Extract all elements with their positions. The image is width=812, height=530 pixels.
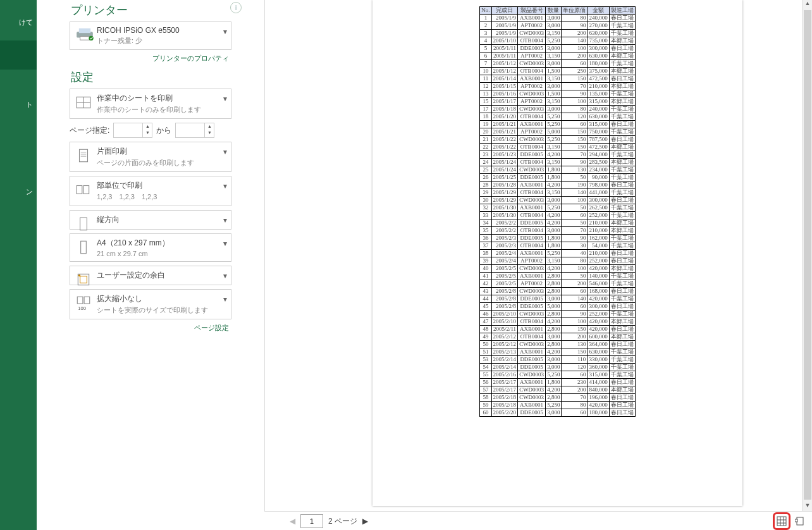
table-cell: 2005/1/11 [491,52,518,60]
table-cell: 2005/1/16 [491,90,518,98]
table-cell: 春日工場 [609,303,635,311]
table-cell: 本郷工場 [609,52,635,60]
table-cell: 60 [562,212,587,219]
table-cell: 2,800 [546,394,562,402]
table-cell: 41 [480,273,491,280]
info-icon[interactable]: i [230,2,242,13]
table-cell: 2005/2/11 [491,326,518,333]
table-cell: 210,000 [587,250,609,257]
margins-selector[interactable]: ▾ ユーザー設定の余白 [70,266,231,285]
table-cell: 100 [562,98,587,106]
table-cell: 2005/1/12 [491,60,518,68]
table-cell: 262,500 [587,204,609,212]
table-cell: 3,150 [546,144,562,151]
scaling-selector[interactable]: ▾ 100 拡大縮小なし シートを実際のサイズで印刷します [70,289,231,319]
zoom-to-page-button[interactable] [793,514,807,528]
orientation-title: 縦方向 [75,214,226,225]
table-cell: 2005/1/29 [491,189,518,197]
table-cell: 本郷工場 [609,144,635,151]
table-cell: 5,250 [546,37,562,45]
table-cell: 本郷工場 [609,159,635,166]
table-cell: 100 [562,197,587,204]
table-cell: 千葉工場 [609,295,635,303]
rail-item-0[interactable]: けて [0,13,37,32]
table-cell: 315,000 [587,371,609,379]
page-setup-link[interactable]: ページ設定 [70,323,229,333]
orientation-selector[interactable]: ▾ 縦方向 [70,210,231,230]
svg-rect-11 [77,186,82,194]
table-cell: CWD0003 [518,30,546,37]
table-cell: 150 [562,75,587,83]
scroll-up-icon[interactable]: ▲ [803,0,812,9]
table-cell: 414,000 [587,379,609,386]
table-cell: 200 [562,52,587,60]
scroll-thumb[interactable] [804,10,811,500]
table-cell: 240,000 [587,15,609,22]
table-cell: 2005/2/2 [491,219,518,227]
printer-selector[interactable]: ▾ RICOH IPSiO GX e5500 トナー残量: 少 [70,22,231,50]
table-cell: 2005/1/30 [491,212,518,219]
table-cell: 2005/1/21 [491,128,518,136]
table-cell: 150 [562,128,587,136]
svg-rect-12 [83,186,89,194]
current-page-input[interactable] [300,514,323,528]
scroll-down-icon[interactable]: ▼ [803,502,812,511]
sides-title: 片面印刷 [75,146,226,157]
table-cell: 1,800 [546,166,562,174]
printer-properties-link[interactable]: プリンターのプロパティ [70,54,229,63]
scaling-title: 拡大縮小なし [75,293,226,304]
table-row: 132005/1/16CWD00031,50090135,000千葉工場 [480,90,635,98]
table-cell: CWD0003 [518,341,546,348]
vertical-scrollbar[interactable]: ▲ ▼ [802,0,812,511]
svg-rect-1 [79,28,90,33]
table-cell: 2005/1/28 [491,182,518,189]
sheet-grid-icon [75,94,92,111]
page-from-input[interactable]: ▲▼ [113,123,152,138]
table-cell: 472,500 [587,144,609,151]
table-row: 282005/1/28AXB00014,200190798,000春日工場 [480,182,635,189]
table-cell: 270,000 [587,22,609,30]
table-cell: AXB0001 [518,182,546,189]
collate-selector[interactable]: ▾ 部単位で印刷 1,2,3 1,2,3 1,2,3 [70,176,231,206]
rail-item-print[interactable] [0,40,37,70]
table-header: No. [480,7,491,15]
table-cell: 2005/1/17 [491,98,518,106]
table-row: 472005/2/10OTB00044,200100420,000本郷工場 [480,318,635,326]
table-cell: 200 [562,30,587,37]
table-cell: 本郷工場 [609,333,635,341]
what-to-print-selector[interactable]: ▾ 作業中のシートを印刷 作業中のシートのみを印刷します [70,89,231,119]
table-cell: 春日工場 [609,341,635,348]
table-cell: 300,000 [587,197,609,204]
table-cell: 3,150 [546,30,562,37]
table-cell: APT0002 [518,22,546,30]
table-cell: 190 [562,182,587,189]
table-cell: 420,000 [587,318,609,326]
table-cell: 本郷工場 [609,265,635,273]
table-cell: 本郷工場 [609,68,635,75]
rail-item-2[interactable]: ト [0,95,37,114]
table-cell: 330,000 [587,356,609,364]
table-cell: 39 [480,257,491,265]
table-cell: 2005/1/22 [491,136,518,144]
table-cell: 2,800 [546,311,562,318]
table-cell: 本郷工場 [609,386,635,394]
table-cell: 春日工場 [609,402,635,409]
show-margins-button[interactable] [773,512,790,530]
table-cell: 28 [480,182,491,189]
table-cell: DDE0005 [518,235,546,242]
prev-page-button[interactable]: ◀ [290,517,295,526]
table-cell: 春日工場 [609,75,635,83]
table-cell: 春日工場 [609,409,635,417]
table-cell: 43 [480,288,491,295]
table-cell: 春日工場 [609,326,635,333]
table-cell: 40 [480,265,491,273]
rail-item-3[interactable]: ン [0,182,37,202]
sides-selector[interactable]: ▾ 片面印刷 ページの片面のみを印刷します [70,142,231,172]
table-cell: 60 [562,60,587,68]
page-to-input[interactable]: ▲▼ [175,123,214,138]
table-cell: APT0002 [518,257,546,265]
next-page-button[interactable]: ▶ [362,517,368,526]
paper-size-selector[interactable]: ▾ A4（210 x 297 mm） 21 cm x 29.7 cm [70,233,231,262]
table-cell: 2005/2/5 [491,273,518,280]
table-row: 112005/1/14AXB00013,150150472,500春日工場 [480,75,635,83]
